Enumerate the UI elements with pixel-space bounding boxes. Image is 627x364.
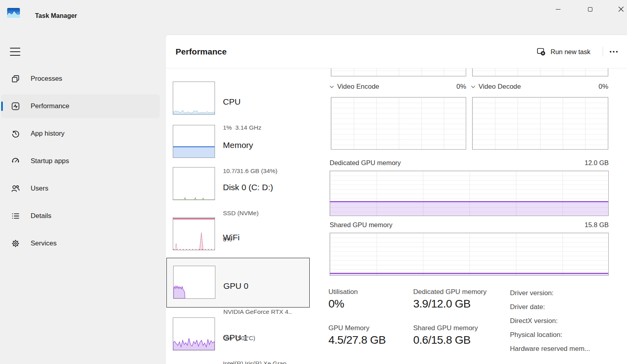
titlebar: Task Manager	[0, 0, 627, 24]
directx-version-label: DirectX version:	[510, 314, 590, 328]
physical-location-label: Physical location:	[510, 328, 590, 342]
shared-memory-chart	[330, 233, 609, 276]
sidebar-item-label: Details	[31, 212, 51, 220]
shared-memory-label: Shared GPU memory	[330, 221, 393, 229]
stat-gpu-memory: GPU Memory 4.5/27.8 GB	[328, 324, 386, 346]
perf-item-title: Disk 0 (C: D:)	[223, 181, 273, 193]
video-encode-value: 0%	[456, 83, 466, 91]
sidebar-item-services[interactable]: Services	[1, 232, 160, 255]
run-new-task-label: Run new task	[551, 48, 590, 56]
performance-icon	[11, 101, 20, 111]
sidebar-item-details[interactable]: Details	[1, 204, 160, 228]
driver-date-label: Driver date:	[510, 300, 590, 314]
perf-item-subtitle: NVIDIA GeForce RTX 4..	[223, 306, 292, 318]
memory-usage-fill	[173, 146, 215, 158]
sidebar-item-performance[interactable]: Performance	[1, 94, 160, 118]
sidebar-item-label: Processes	[31, 75, 62, 83]
perf-item-title: Memory	[223, 139, 277, 151]
shared-memory-usage-fill	[330, 273, 608, 275]
sidebar-item-app-history[interactable]: App history	[1, 122, 160, 146]
video-decode-header: Video Decode 0%	[471, 83, 608, 91]
video-encode-label: Video Encode	[337, 83, 379, 91]
perf-list-item-gpu0-selected[interactable]: GPU 0 NVIDIA GeForce RTX 4.. 0% (50 °C)	[166, 258, 310, 308]
run-new-task-icon	[537, 48, 546, 56]
header-divider-vertical	[603, 47, 603, 56]
scrolled-chart-clip-right	[471, 68, 609, 77]
more-options-button[interactable]: •••	[606, 45, 622, 59]
perf-item-subtitle: Intel(R) Iris(R) Xe Grap...	[223, 358, 291, 364]
scrolled-chart-clip-left	[330, 68, 467, 77]
video-decode-chart	[472, 97, 608, 150]
wifi-mini-chart	[173, 217, 215, 250]
sidebar: Processes Performance App history	[0, 24, 165, 364]
stat-dedicated-memory: Dedicated GPU memory 3.9/12.0 GB	[413, 288, 486, 310]
perf-item-title: GPU 0	[223, 280, 292, 292]
gpu1-mini-chart	[173, 317, 215, 350]
history-clock-icon	[11, 129, 20, 138]
sidebar-item-startup-apps[interactable]: Startup apps	[1, 149, 160, 173]
sidebar-item-label: Startup apps	[31, 157, 69, 165]
dedicated-memory-usage-fill	[330, 201, 608, 216]
hamburger-icon	[10, 48, 20, 49]
services-gear-icon	[11, 239, 20, 248]
stat-shared-memory: Shared GPU memory 0.6/15.8 GB	[413, 324, 478, 346]
details-list-icon	[11, 211, 20, 221]
dedicated-memory-header: Dedicated GPU memory 12.0 GB	[330, 159, 609, 167]
page-title: Performance	[176, 47, 227, 56]
driver-info-list: Driver version: Driver date: DirectX ver…	[510, 286, 590, 356]
sidebar-item-processes[interactable]: Processes	[1, 67, 160, 91]
video-decode-label: Video Decode	[479, 83, 521, 91]
sidebar-nav: Processes Performance App history	[1, 67, 160, 259]
shared-memory-header: Shared GPU memory 15.8 GB	[330, 221, 609, 229]
video-decode-value: 0%	[598, 83, 608, 91]
memory-mini-chart	[173, 125, 215, 158]
shared-memory-capacity: 15.8 GB	[584, 221, 609, 229]
main-panel: Performance Run new task ••• CPU 1% 3.14…	[165, 35, 627, 364]
sidebar-item-label: Services	[31, 239, 57, 247]
stat-utilisation: Utilisation 0%	[328, 288, 358, 310]
sidebar-item-label: App history	[31, 130, 64, 138]
dedicated-memory-label: Dedicated GPU memory	[330, 159, 401, 167]
processes-icon	[11, 74, 20, 84]
dedicated-memory-capacity: 12.0 GB	[584, 159, 609, 167]
selected-accent-bar	[1, 101, 3, 111]
minimize-button[interactable]	[549, 0, 567, 18]
chevron-down-icon[interactable]	[330, 86, 334, 88]
users-icon	[11, 184, 20, 193]
window-title: Task Manager	[35, 12, 77, 19]
gpu0-mini-chart	[173, 266, 215, 299]
perf-item-title: GPU 1	[223, 332, 291, 343]
sidebar-item-label: Performance	[31, 102, 69, 110]
gauge-icon	[11, 156, 20, 166]
disk-mini-chart	[173, 167, 215, 200]
video-encode-chart	[331, 97, 466, 150]
perf-item-title: CPU	[223, 96, 262, 107]
driver-version-label: Driver version:	[510, 286, 590, 300]
hardware-reserved-label: Hardware reserved mem...	[510, 342, 590, 356]
close-button[interactable]	[612, 0, 627, 18]
chevron-down-icon[interactable]	[471, 86, 475, 88]
run-new-task-button[interactable]: Run new task	[532, 44, 595, 60]
maximize-button[interactable]	[581, 0, 599, 18]
task-manager-app-icon	[7, 8, 20, 18]
perf-list-item-gpu1[interactable]: GPU 1 Intel(R) Iris(R) Xe Grap... 14%	[173, 317, 291, 364]
minimize-icon	[556, 9, 561, 10]
maximize-icon	[588, 7, 592, 12]
cpu-mini-chart	[173, 82, 215, 115]
sidebar-item-users[interactable]: Users	[1, 177, 160, 200]
sidebar-item-label: Users	[31, 185, 48, 193]
video-encode-header: Video Encode 0%	[330, 83, 466, 91]
perf-item-title: WiFi	[223, 232, 264, 243]
close-icon	[618, 6, 624, 12]
menu-toggle-button[interactable]	[7, 45, 23, 59]
dedicated-memory-chart	[330, 171, 609, 216]
